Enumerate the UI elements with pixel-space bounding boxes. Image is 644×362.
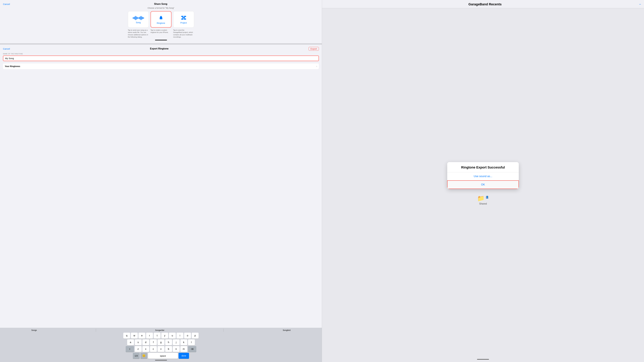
svg-rect-1 xyxy=(184,16,186,17)
key-u[interactable]: u xyxy=(169,333,176,339)
export-ringtone-title: Export Ringtone xyxy=(150,47,168,50)
person-badge-icon: 👤 xyxy=(486,196,489,199)
format-cards: Song Ringtone xyxy=(3,11,319,27)
soundwave-icon xyxy=(133,16,144,20)
svg-rect-0 xyxy=(181,16,183,17)
ringtone-name-input[interactable] xyxy=(3,55,319,61)
key-s[interactable]: s xyxy=(135,339,142,345)
key-b[interactable]: b xyxy=(165,346,172,352)
key-x[interactable]: x xyxy=(142,346,149,352)
modal-overlay: Ringtone Export Successful Use sound as.… xyxy=(322,8,644,359)
key-w[interactable]: w xyxy=(131,333,138,339)
share-song-header: Cancel Share Song xyxy=(3,3,319,5)
bricks-icon xyxy=(181,16,186,20)
key-z[interactable]: z xyxy=(135,346,142,352)
key-t[interactable]: t xyxy=(154,333,160,339)
key-row-4: 123 😊 space done xyxy=(0,353,321,359)
bell-icon xyxy=(158,15,164,21)
key-n[interactable]: n xyxy=(173,346,180,352)
ok-button[interactable]: OK xyxy=(448,181,518,189)
scroll-indicator xyxy=(155,40,167,40)
export-cancel-button[interactable]: Cancel xyxy=(3,47,10,50)
key-m[interactable]: m xyxy=(180,346,187,352)
key-f[interactable]: f xyxy=(150,339,157,345)
shared-label: Shared xyxy=(479,202,487,205)
minus-button[interactable]: − xyxy=(639,2,641,6)
svg-rect-3 xyxy=(181,18,183,19)
right-panel: GarageBand Recents − Ringtone Export Suc… xyxy=(322,0,644,362)
section-divider xyxy=(0,43,322,44)
autocomplete-songbird[interactable]: Songbird xyxy=(283,329,290,332)
delete-key[interactable]: ⌫ xyxy=(188,346,196,352)
share-song-subtitle: Choose a format for "My Song" xyxy=(3,7,319,9)
autocomplete-songs[interactable]: Songs xyxy=(31,329,37,332)
keyboard-area: Songs Songwriter Songbird q w e r t y u … xyxy=(0,328,322,362)
modal-dialog: Ringtone Export Successful Use sound as.… xyxy=(447,162,519,189)
done-key[interactable]: done xyxy=(178,353,189,359)
key-e[interactable]: e xyxy=(138,333,145,339)
home-indicator-right xyxy=(477,359,489,360)
autocomplete-songwriter[interactable]: Songwriter xyxy=(155,329,164,332)
key-o[interactable]: o xyxy=(184,333,191,339)
modal-action-row: Use sound as... xyxy=(447,172,519,180)
share-song-title: Share Song xyxy=(154,3,167,5)
key-k[interactable]: k xyxy=(180,339,187,345)
garageband-header: GarageBand Recents − xyxy=(322,0,644,8)
your-ringtones-row[interactable]: Your Ringtones › xyxy=(3,63,319,69)
svg-rect-2 xyxy=(182,17,185,18)
chevron-right-icon: › xyxy=(316,65,317,68)
project-description: Tap to send the GarageBand project, whic… xyxy=(173,29,194,38)
key-v[interactable]: v xyxy=(158,346,164,352)
keyboard-rows: q w e r t y u i o p a s d f g h j k xyxy=(0,333,321,359)
svg-rect-4 xyxy=(184,18,186,19)
autocomplete-sep-1 xyxy=(96,329,96,332)
key-y[interactable]: y xyxy=(161,333,168,339)
format-descriptions: Tap to send your song as a stereo audio … xyxy=(3,29,319,38)
key-h[interactable]: h xyxy=(165,339,172,345)
garageband-title: GarageBand Recents xyxy=(331,2,639,6)
modal-title: Ringtone Export Successful xyxy=(461,165,505,169)
autocomplete-row: Songs Songwriter Songbird xyxy=(0,329,321,332)
format-card-project[interactable]: Project xyxy=(173,11,194,27)
left-panel: Cancel Share Song Choose a format for "M… xyxy=(0,0,322,362)
key-row-2: a s d f g h j k l xyxy=(0,339,321,345)
export-ringtone-section: Cancel Export Ringtone Export NAME OF TH… xyxy=(0,44,322,328)
num-key[interactable]: 123 xyxy=(133,353,140,359)
key-q[interactable]: q xyxy=(123,333,130,339)
ringtone-description: Tap to create a custom ringtone for your… xyxy=(150,29,172,38)
shared-icon-area: 📁 👤 xyxy=(477,195,489,202)
key-row-1: q w e r t y u i o p xyxy=(0,333,321,339)
ringtone-field-label: NAME OF THE RINGTONE xyxy=(3,53,319,55)
your-ringtones-label: Your Ringtones xyxy=(5,65,20,67)
export-button[interactable]: Export xyxy=(308,47,319,51)
ringtone-card-label: Ringtone xyxy=(157,22,165,24)
export-header: Cancel Export Ringtone Export xyxy=(3,47,319,51)
song-card-label: Song xyxy=(136,21,141,24)
key-l[interactable]: l xyxy=(188,339,195,345)
share-song-section: Cancel Share Song Choose a format for "M… xyxy=(0,0,322,43)
key-c[interactable]: c xyxy=(150,346,157,352)
shared-folder-icon: 📁 xyxy=(477,195,485,202)
key-r[interactable]: r xyxy=(146,333,153,339)
space-key[interactable]: space xyxy=(148,353,178,359)
emoji-key[interactable]: 😊 xyxy=(140,353,147,359)
key-p[interactable]: p xyxy=(192,333,198,339)
project-card-label: Project xyxy=(180,21,187,24)
share-cancel-button[interactable]: Cancel xyxy=(3,3,10,5)
key-row-3: ⇧ z x c v b n m ⌫ xyxy=(0,346,321,352)
key-g[interactable]: g xyxy=(158,339,164,345)
key-d[interactable]: d xyxy=(142,339,149,345)
shift-key[interactable]: ⇧ xyxy=(126,346,134,352)
modal-ok-row: OK xyxy=(447,180,519,189)
key-i[interactable]: i xyxy=(176,333,183,339)
shared-row: 📁 👤 Shared xyxy=(477,195,489,205)
key-a[interactable]: a xyxy=(127,339,134,345)
modal-title-area: Ringtone Export Successful xyxy=(447,162,519,173)
format-card-ringtone[interactable]: Ringtone xyxy=(150,11,172,27)
format-card-song[interactable]: Song xyxy=(128,11,149,27)
home-indicator-left xyxy=(155,360,167,361)
right-content: Ringtone Export Successful Use sound as.… xyxy=(322,8,644,359)
use-sound-button[interactable]: Use sound as... xyxy=(447,172,519,180)
song-description: Tap to send your song as a stereo audio … xyxy=(128,29,149,38)
key-j[interactable]: j xyxy=(173,339,180,345)
